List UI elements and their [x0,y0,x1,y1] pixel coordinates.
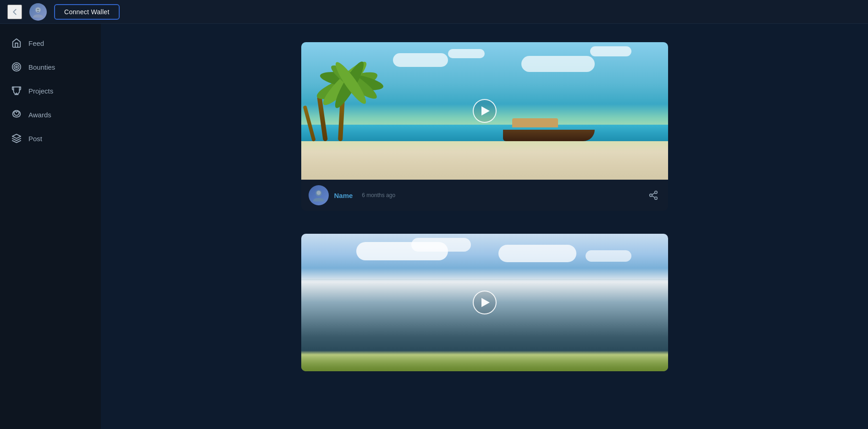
cloud-4 [590,46,631,56]
svg-point-17 [316,191,321,195]
connect-wallet-button[interactable]: Connect Wallet [54,4,120,20]
sidebar-item-bounties[interactable]: Bounties [0,55,101,79]
sidebar-feed-label: Feed [28,39,44,47]
card-1-avatar-img [312,188,326,202]
sidebar-bounties-label: Bounties [28,63,55,71]
svg-line-22 [652,193,654,195]
boat-canopy [512,118,558,127]
user-avatar-img [32,6,44,18]
home-icon [11,38,22,49]
sidebar: Feed Bounties [0,24,101,429]
main-layout: Feed Bounties [0,24,868,429]
sidebar-projects-label: Projects [28,87,53,95]
sidebar-item-awards[interactable]: Awards [0,103,101,126]
boat-hull [503,130,595,141]
play-button-1[interactable] [473,99,497,123]
layers-icon [11,133,22,144]
card-1-thumbnail[interactable] [301,42,668,180]
avatar[interactable] [29,3,47,21]
sidebar-item-feed[interactable]: Feed [0,31,101,55]
palm-leaves-svg [301,49,402,141]
share-icon-1 [648,190,658,200]
card-1-author: Name [334,192,353,199]
vegetation [301,351,668,371]
svg-marker-9 [12,134,21,138]
sidebar-post-label: Post [28,135,42,143]
target-icon [11,61,22,72]
svg-line-21 [652,196,654,198]
feed-card-2 [301,234,668,371]
feed-card-1: Name 6 months ago [301,42,668,211]
svg-point-2 [37,9,38,10]
play-button-2[interactable] [473,291,497,314]
ocean-cloud-3 [498,245,576,262]
trophy-icon [11,85,22,96]
svg-point-5 [14,65,19,70]
ocean-cloud-4 [586,250,631,262]
play-triangle-2 [481,298,490,307]
content-area: Name 6 months ago [101,24,868,429]
boat [503,118,595,141]
ocean-cloud-2 [411,238,471,252]
horizon-line [301,279,668,280]
svg-point-3 [38,9,39,10]
cloud-3 [521,56,595,72]
play-triangle-1 [481,106,490,116]
cloud-2 [448,49,485,58]
card-1-footer: Name 6 months ago [301,180,668,211]
sidebar-item-post[interactable]: Post [0,126,101,150]
sidebar-awards-label: Awards [28,111,51,119]
back-button[interactable] [7,5,22,19]
award-icon [11,109,22,120]
card-2-thumbnail[interactable] [301,234,668,371]
sidebar-item-projects[interactable]: Projects [0,79,101,103]
svg-point-6 [16,66,17,68]
back-icon [10,7,20,17]
card-1-timestamp: 6 months ago [362,192,395,198]
share-button-1[interactable] [646,188,661,203]
card-1-avatar[interactable] [309,185,329,205]
topbar: Connect Wallet [0,0,868,24]
